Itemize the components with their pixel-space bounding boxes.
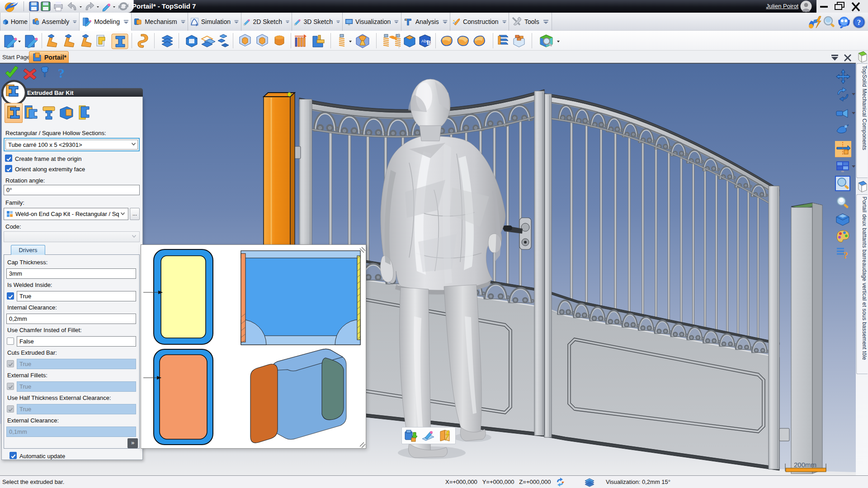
svg-text:?: ? [58, 66, 65, 80]
svg-text:200mm: 200mm [794, 461, 816, 469]
svg-text:?: ? [843, 249, 848, 261]
svg-text:?: ? [857, 18, 861, 27]
svg-text:B: B [427, 40, 431, 46]
